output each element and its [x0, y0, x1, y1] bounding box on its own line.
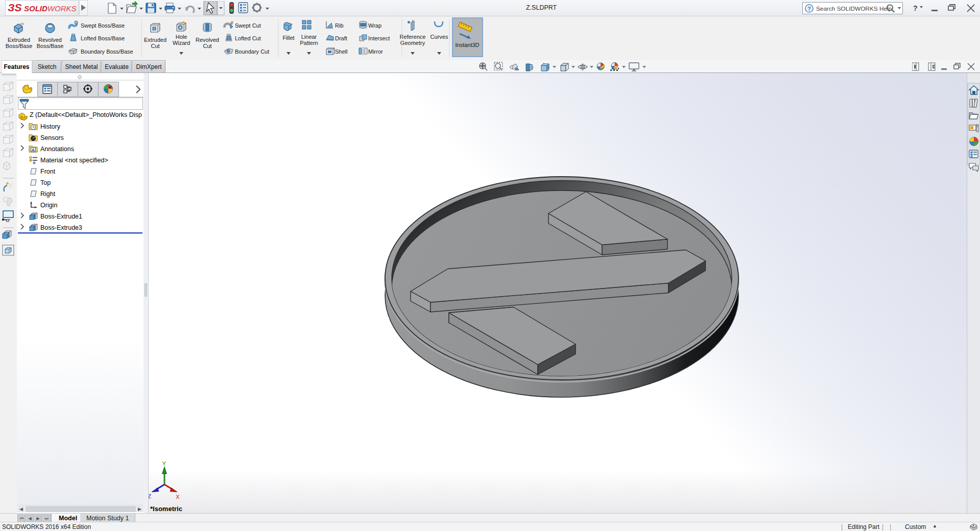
svg-text:Swept Cut: Swept Cut	[235, 22, 261, 29]
svg-text:Reference: Reference	[400, 34, 426, 40]
svg-text:Pattern: Pattern	[300, 40, 318, 46]
svg-text:X: X	[176, 494, 180, 500]
svg-text:A: A	[32, 148, 35, 152]
svg-text:Boss/Base: Boss/Base	[37, 43, 64, 49]
svg-text:Intersect: Intersect	[368, 35, 390, 41]
svg-text:Cut: Cut	[203, 43, 211, 49]
svg-text:Extruded: Extruded	[144, 37, 166, 43]
svg-text:Boundary Cut: Boundary Cut	[235, 49, 269, 55]
svg-text:Instant3D: Instant3D	[455, 42, 479, 48]
svg-text:Draft: Draft	[335, 35, 347, 41]
svg-text:Shell: Shell	[335, 49, 347, 55]
svg-text:Rib: Rib	[335, 22, 344, 29]
svg-text:Mirror: Mirror	[368, 49, 383, 55]
svg-text:Revolved: Revolved	[38, 37, 62, 43]
svg-text:Boss/Base: Boss/Base	[6, 43, 33, 49]
svg-text:?: ?	[807, 6, 811, 12]
svg-text:*Isometric: *Isometric	[150, 505, 182, 513]
svg-text:Wizard: Wizard	[173, 40, 190, 46]
svg-text:Fillet: Fillet	[282, 35, 294, 41]
svg-text:Lofted Cut: Lofted Cut	[235, 35, 261, 41]
svg-text:Lofted Boss/Base: Lofted Boss/Base	[81, 35, 125, 41]
svg-text:Wrap: Wrap	[368, 22, 381, 29]
svg-text:Linear: Linear	[301, 34, 317, 40]
svg-text:Z: Z	[149, 493, 151, 499]
svg-text:Y: Y	[162, 461, 166, 467]
svg-text:Swept Boss/Base: Swept Boss/Base	[81, 22, 125, 29]
svg-text:Extruded: Extruded	[8, 37, 30, 43]
svg-text:Boundary Boss/Base: Boundary Boss/Base	[81, 49, 133, 55]
svg-text:Revolved: Revolved	[196, 37, 219, 43]
svg-text:Curves: Curves	[431, 34, 448, 40]
svg-text:Geometry: Geometry	[400, 40, 425, 46]
svg-text:Hole: Hole	[176, 34, 187, 40]
svg-text:Cut: Cut	[151, 43, 159, 49]
